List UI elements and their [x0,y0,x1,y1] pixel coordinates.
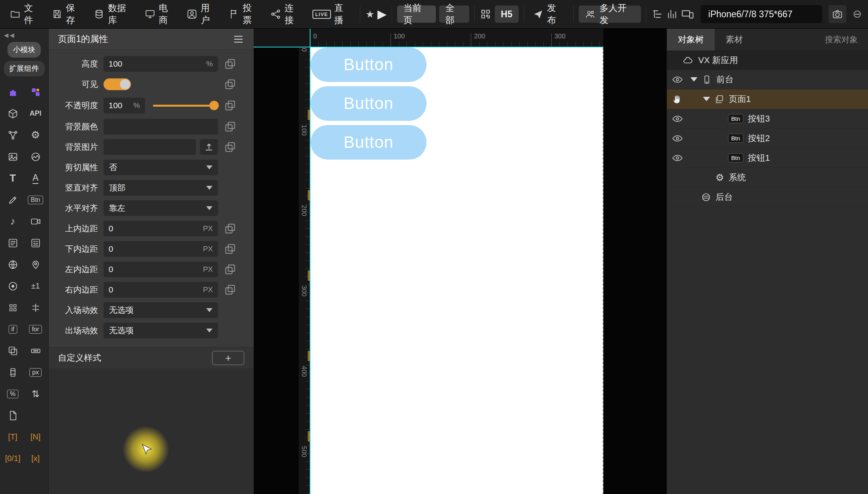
anim-out-select[interactable]: 无选项 [104,323,218,338]
extension-components-button[interactable]: 扩展组件 [4,61,45,76]
play-preview-icon[interactable]: ▶ [378,8,387,20]
pad-right-input[interactable] [104,282,218,298]
opacity-slider[interactable] [153,105,218,107]
image-component-icon[interactable] [2,146,24,167]
token-boolean-icon[interactable]: [0/1] [2,448,24,469]
slider-knob[interactable] [209,101,219,110]
cube-icon[interactable] [2,103,24,124]
tree-node-button1[interactable]: Btn 按钮1 [667,148,868,168]
tree-node-page1[interactable]: 页面1 [667,89,868,109]
tree-node-system[interactable]: ⚙ 系统 [667,168,868,187]
height-input[interactable] [104,56,218,72]
canvas-button-3[interactable]: Button [311,125,427,160]
browser-component-icon[interactable] [2,254,24,275]
button-component-icon[interactable]: Btn [24,189,47,211]
anim-in-select[interactable]: 无选项 [104,302,218,318]
current-page-button[interactable]: 当前页 [397,5,436,23]
bind-data-icon[interactable] [224,121,236,133]
workflow-nodes-icon[interactable] [2,124,24,146]
token-text-icon[interactable]: [T] [2,426,24,448]
overlap-frames-icon[interactable] [2,340,24,361]
eye-icon[interactable] [672,135,683,142]
bind-data-icon[interactable] [224,223,236,234]
gallery-component-icon[interactable] [24,146,47,167]
sort-arrows-icon[interactable]: ⇅ [24,383,47,405]
percent-unit-icon[interactable]: % [2,383,24,405]
device-selector[interactable]: iPhone6/7/8 375*667 [701,5,822,23]
page-artboard[interactable]: Button Button Button [311,47,603,494]
menu-connect[interactable]: 连接 [267,2,306,26]
icon-component-icon[interactable] [2,275,24,297]
for-loop-icon[interactable]: for [24,318,47,340]
bg-color-input[interactable] [104,119,218,134]
menu-file[interactable]: 文件 [6,2,45,26]
menu-user[interactable]: 用户 [183,2,222,26]
font-component-icon[interactable]: A [24,167,47,189]
tree-node-front[interactable]: 前台 [667,70,868,89]
menu-save[interactable]: 保存 [48,2,87,26]
h-align-select[interactable]: 靠左 [104,200,218,216]
v-align-select[interactable]: 顶部 [104,180,218,196]
menu-live[interactable]: LIVE 直播 [309,2,355,26]
tree-node-button2[interactable]: Btn 按钮2 [667,129,868,148]
qr-component-icon[interactable] [2,297,24,318]
pad-top-input[interactable] [104,221,218,236]
plugin-puzzle-icon[interactable] [2,81,24,103]
devices-icon[interactable] [681,8,694,20]
bind-data-icon[interactable] [224,78,236,90]
minimize-icon[interactable]: ⊖ [853,9,862,20]
bind-data-icon[interactable] [224,100,236,111]
strip-layout-icon[interactable] [2,361,24,383]
expand-caret-icon[interactable] [690,77,697,82]
tree-node-app[interactable]: VX 新应用 [667,51,868,70]
tree-node-button3[interactable]: Btn 按钮3 [667,109,868,129]
star-icon[interactable]: ★ [365,9,374,19]
pad-left-input[interactable] [104,262,218,277]
more-dots-icon[interactable] [24,340,47,361]
token-variable-icon[interactable]: [x] [24,448,47,469]
menu-database[interactable]: 数据库 [90,2,138,26]
canvas-button-1[interactable]: Button [311,47,427,82]
pad-bottom-input[interactable] [104,241,218,257]
expand-caret-icon[interactable] [703,97,710,101]
token-number-icon[interactable]: [N] [24,426,47,448]
article-component-icon[interactable] [2,232,24,254]
bind-data-icon[interactable] [224,243,236,255]
search-objects[interactable]: 搜索对象 [815,34,868,45]
tree-node-backend[interactable]: 后台 [667,187,868,207]
all-pages-button[interactable]: 全部 [439,5,469,23]
eye-icon[interactable] [672,154,683,162]
if-logic-icon[interactable]: if [2,318,24,340]
canvas-button-2[interactable]: Button [311,86,427,121]
gear-icon[interactable]: ⚙ [24,124,47,146]
distribute-icon[interactable] [24,297,47,318]
bar-chart-icon[interactable] [666,8,677,20]
bind-data-icon[interactable] [224,58,236,70]
outline-list-icon[interactable] [652,8,663,20]
counter-component-icon[interactable]: ±1 [24,275,47,297]
small-module-button[interactable]: 小模块 [7,42,41,58]
document-component-icon[interactable] [2,405,24,426]
tab-material[interactable]: 素材 [715,29,754,51]
bind-data-icon[interactable] [224,141,236,153]
px-unit-icon[interactable]: px [24,361,47,383]
add-custom-style-button[interactable]: + [212,351,244,365]
qr-code-icon[interactable] [480,8,491,20]
bg-image-input[interactable] [104,139,196,155]
visible-toggle[interactable] [104,78,131,90]
multi-dev-button[interactable]: 多人开发 [579,5,641,23]
menu-vote[interactable]: 投票 [225,2,264,26]
form-component-icon[interactable] [24,232,47,254]
bind-data-icon[interactable] [224,263,236,275]
video-component-icon[interactable] [24,211,47,232]
clip-select[interactable]: 否 [104,160,218,175]
upload-button[interactable] [200,139,218,155]
screenshot-button[interactable] [828,5,846,23]
h5-button[interactable]: H5 [495,5,519,23]
bind-data-icon[interactable] [224,284,236,296]
map-pin-icon[interactable] [24,254,47,275]
edit-pencil-icon[interactable] [2,189,24,211]
panel-menu-icon[interactable] [232,33,244,45]
text-component-icon[interactable]: T [2,167,24,189]
collapse-panel-icon[interactable]: ◀◀ [4,32,15,39]
